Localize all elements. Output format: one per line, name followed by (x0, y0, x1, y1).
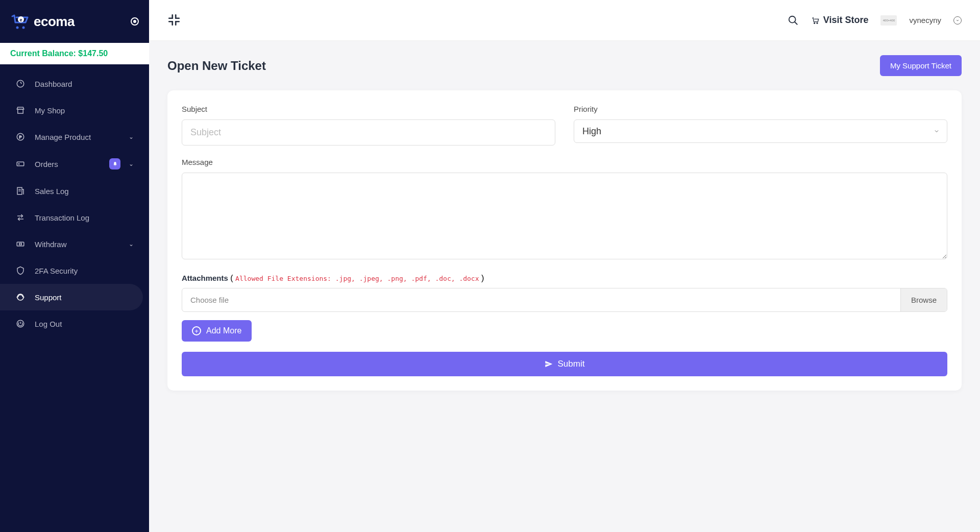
svg-text:P: P (19, 135, 21, 139)
page-content: Open New Ticket My Support Ticket Subjec… (149, 41, 980, 405)
username: vynecyny (909, 16, 941, 25)
shield-icon (15, 265, 26, 276)
visit-store-label: Visit Store (823, 15, 869, 26)
my-support-ticket-button[interactable]: My Support Ticket (880, 55, 962, 76)
submit-label: Submit (558, 359, 585, 369)
user-dropdown-toggle[interactable] (953, 16, 962, 25)
sidebar-item-dashboard[interactable]: Dashboard (0, 70, 149, 97)
add-more-button[interactable]: + Add More (182, 320, 252, 342)
add-more-label: Add More (206, 326, 241, 335)
logout-icon (15, 319, 26, 329)
notification-badge (109, 158, 120, 170)
svg-text:e: e (19, 17, 22, 22)
svg-point-2 (16, 27, 19, 29)
sidebar-toggle-icon[interactable] (131, 17, 139, 26)
svg-point-17 (817, 22, 818, 23)
svg-point-4 (17, 80, 24, 87)
main-content-area: Visit Store 400×400 vynecyny Open New Ti… (149, 0, 980, 532)
sidebar-item-2fa-security[interactable]: 2FA Security (0, 257, 149, 284)
message-label: Message (182, 158, 947, 166)
avatar[interactable]: 400×400 (880, 15, 897, 26)
sidebar-item-support[interactable]: Support (0, 284, 143, 310)
priority-label: Priority (574, 105, 947, 113)
balance-bar: Current Balance: $147.50 (0, 43, 149, 64)
sidebar-item-label: Withdraw (35, 240, 125, 249)
collapse-icon[interactable] (167, 13, 182, 28)
svg-point-9 (18, 163, 19, 164)
sidebar-nav: Dashboard My Shop P Manage Product ⌄ Ord… (0, 64, 149, 337)
sales-log-icon (15, 186, 26, 196)
svg-rect-5 (18, 109, 23, 113)
sidebar-item-label: Orders (35, 160, 109, 168)
subject-input[interactable] (182, 119, 555, 146)
sidebar-item-label: Sales Log (35, 187, 134, 196)
svg-point-16 (814, 22, 815, 23)
sidebar-item-label: 2FA Security (35, 267, 134, 275)
svg-rect-8 (17, 162, 24, 166)
chevron-down-icon: ⌄ (129, 160, 134, 167)
page-header: Open New Ticket My Support Ticket (167, 55, 962, 76)
attachments-hint: Allowed File Extensions: .jpg, .jpeg, .p… (235, 275, 479, 282)
file-input[interactable]: Choose file Browse (182, 288, 947, 312)
svg-rect-12 (19, 244, 22, 245)
sidebar-item-label: Transaction Log (35, 213, 134, 222)
sidebar-item-orders[interactable]: Orders ⌄ (0, 150, 149, 178)
message-textarea[interactable] (182, 173, 947, 259)
svg-rect-11 (17, 242, 24, 246)
subject-label: Subject (182, 105, 555, 113)
orders-icon (15, 159, 26, 169)
sidebar: e ecoma Current Balance: $147.50 Dashboa… (0, 0, 149, 532)
sidebar-item-manage-product[interactable]: P Manage Product ⌄ (0, 124, 149, 150)
attachments-label: Attachments (182, 274, 228, 282)
brand-logo[interactable]: e ecoma (10, 12, 75, 31)
sidebar-item-withdraw[interactable]: Withdraw ⌄ (0, 231, 149, 257)
page-title: Open New Ticket (167, 59, 266, 73)
transaction-icon (15, 212, 26, 223)
search-icon[interactable] (788, 15, 799, 26)
priority-select[interactable]: High (574, 119, 947, 143)
support-icon (15, 292, 26, 302)
sidebar-item-label: My Shop (35, 106, 134, 115)
file-input-placeholder: Choose file (182, 288, 900, 311)
shop-icon (15, 105, 26, 115)
sidebar-item-transaction-log[interactable]: Transaction Log (0, 204, 149, 231)
sidebar-item-my-shop[interactable]: My Shop (0, 97, 149, 124)
ticket-form-card: Subject Priority High Message Attachment… (167, 90, 962, 391)
visit-store-link[interactable]: Visit Store (811, 15, 869, 26)
sidebar-item-label: Log Out (35, 320, 134, 328)
sidebar-item-label: Dashboard (35, 80, 134, 88)
cart-icon (811, 16, 819, 25)
svg-point-15 (789, 16, 796, 22)
sidebar-item-logout[interactable]: Log Out (0, 310, 149, 337)
sidebar-item-label: Manage Product (35, 133, 125, 141)
logo-area: e ecoma (0, 0, 149, 43)
send-icon (545, 360, 553, 368)
withdraw-icon (15, 239, 26, 249)
dashboard-icon (15, 79, 26, 89)
sidebar-item-sales-log[interactable]: Sales Log (0, 178, 149, 204)
sidebar-item-label: Support (35, 293, 128, 302)
browse-button[interactable]: Browse (900, 288, 947, 311)
chevron-down-icon: ⌄ (129, 240, 134, 248)
plus-circle-icon: + (192, 326, 201, 335)
chevron-down-icon: ⌄ (129, 133, 134, 140)
submit-button[interactable]: Submit (182, 352, 947, 376)
cart-logo-icon: e (10, 12, 30, 31)
product-icon: P (15, 132, 26, 142)
brand-name: ecoma (34, 14, 75, 30)
topbar: Visit Store 400×400 vynecyny (149, 0, 980, 41)
svg-point-3 (22, 27, 25, 29)
